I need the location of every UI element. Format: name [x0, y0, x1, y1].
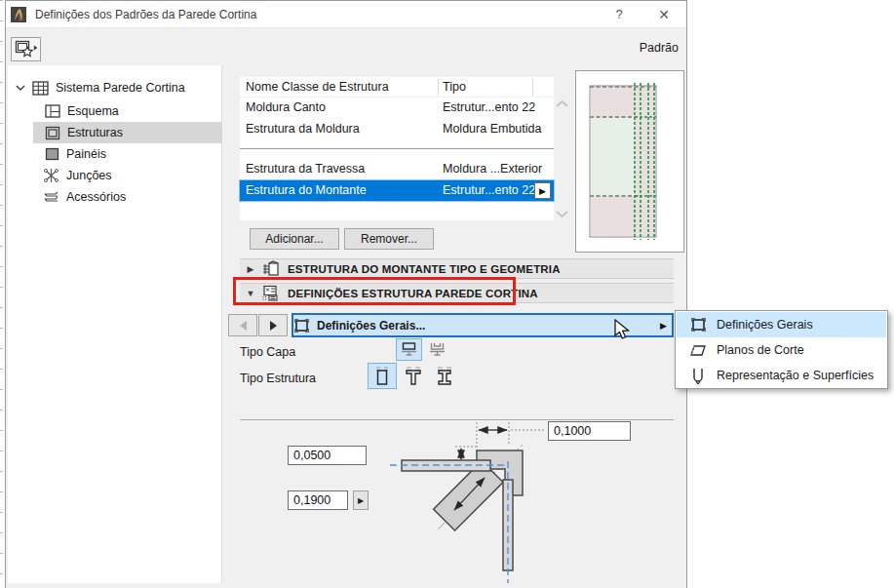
- representation-surfaces-icon: [692, 368, 704, 384]
- depth-input[interactable]: [288, 490, 348, 510]
- tree-item-label: Junções: [66, 169, 112, 182]
- tree-item-label: Painéis: [66, 147, 106, 161]
- menu-item-label: Definições Gerais: [717, 318, 813, 332]
- help-button[interactable]: ?: [601, 1, 638, 27]
- navigation-tree: Sistema Parede Cortina Esquema Estrutura…: [8, 65, 222, 583]
- cap-type-label: Tipo Capa: [240, 345, 295, 359]
- profile-i-icon: [435, 366, 454, 386]
- favorites-button[interactable]: [11, 37, 41, 61]
- cell-name: Estrutura da Travessa: [246, 162, 365, 176]
- cell-name: Estrutura da Moldura: [246, 122, 360, 136]
- scroll-down-icon[interactable]: [553, 207, 570, 220]
- depth-flyout-button[interactable]: ▶: [353, 490, 369, 510]
- tree-root-label: Sistema Parede Cortina: [56, 81, 185, 95]
- menu-item-label: Representação e Superfícies: [717, 369, 874, 382]
- cell-type: Moldura Embutida: [443, 122, 541, 136]
- tree-item-label: Acessórios: [66, 190, 126, 204]
- list-row-estrutura-moldura[interactable]: Estrutura da Moldura Moldura Embutida: [240, 119, 554, 139]
- scroll-up-icon[interactable]: [553, 97, 570, 110]
- flyout-arrow-icon: ▶: [660, 321, 667, 331]
- scheme-icon: [45, 104, 60, 118]
- accessories-icon: [43, 190, 59, 204]
- curtain-wall-system-icon: [32, 81, 49, 96]
- separator-line: [240, 419, 674, 420]
- cut-planes-icon: [689, 343, 707, 358]
- list-row-moldura-canto[interactable]: Moldura Canto Estrutur...ento 22: [240, 98, 554, 118]
- cell-type: Moldura ...Exterior: [443, 162, 542, 176]
- menu-item-definicoes-gerais[interactable]: Definições Gerais: [677, 312, 886, 337]
- list-row-estrutura-montante[interactable]: Estrutura do Montante Estrutur...ento 22…: [240, 180, 554, 201]
- tree-item-paineis[interactable]: Painéis: [45, 143, 106, 165]
- add-button[interactable]: Adicionar...: [250, 228, 339, 250]
- selector-forward-button[interactable]: [258, 314, 288, 336]
- cap-width-input[interactable]: [548, 421, 631, 441]
- cap-type-flush-button[interactable]: [424, 338, 450, 361]
- structure-type-t-profile-button[interactable]: [399, 363, 428, 389]
- list-header[interactable]: Nome Classe de Estrutura Tipo: [240, 77, 554, 98]
- menu-item-label: Planos de Corte: [717, 343, 804, 357]
- chevron-right-icon[interactable]: ▶: [240, 264, 261, 274]
- cap-exterior-icon: [400, 341, 418, 358]
- tree-item-acessorios[interactable]: Acessórios: [43, 186, 126, 208]
- dialog-toolbar: Padrão: [6, 27, 686, 65]
- menu-item-representacao-superficies[interactable]: Representação e Superfícies: [677, 363, 886, 388]
- tree-item-esquema[interactable]: Esquema: [45, 100, 119, 122]
- dialog-title: Definições dos Padrões da Parede Cortina: [35, 8, 256, 21]
- cell-type: Estrutur...ento 22: [443, 100, 535, 114]
- mouse-cursor: [614, 319, 632, 340]
- pattern-preview[interactable]: [575, 70, 684, 253]
- column-divider[interactable]: [438, 79, 439, 96]
- panel-context-menu: Definições Gerais Planos de Corte Repres…: [675, 310, 888, 389]
- cap-thickness-input[interactable]: [288, 446, 367, 465]
- tree-item-label: Estruturas: [67, 126, 123, 139]
- close-button[interactable]: ✕: [645, 1, 682, 27]
- pattern-preview-drawing: [576, 71, 683, 252]
- tree-item-juncoes[interactable]: Junções: [43, 165, 112, 186]
- structure-type-label: Tipo Estrutura: [240, 372, 316, 385]
- tree-item-label: Esquema: [67, 104, 119, 118]
- row-flyout-button[interactable]: ▶: [534, 182, 551, 199]
- cap-type-exterior-button[interactable]: [396, 338, 422, 361]
- tree-item-estruturas[interactable]: Estruturas: [33, 122, 222, 143]
- column-header-name[interactable]: Nome Classe de Estrutura: [246, 80, 389, 94]
- general-settings-icon: [293, 318, 310, 333]
- structure-class-list: Nome Classe de Estrutura Tipo Moldura Ca…: [240, 77, 554, 220]
- cell-type: Estrutur...ento 22: [443, 183, 535, 197]
- junctions-icon: [43, 168, 59, 183]
- chevron-down-icon[interactable]: [16, 83, 25, 93]
- remove-button[interactable]: Remover...: [344, 228, 434, 250]
- profile-rect-icon: [372, 366, 392, 386]
- panel-selector-label: Definições Gerais...: [317, 319, 425, 333]
- list-group-separator: [240, 148, 554, 149]
- cell-name: Moldura Canto: [246, 100, 326, 114]
- red-highlight-box: [233, 277, 516, 305]
- column-divider[interactable]: [532, 79, 533, 96]
- cap-flush-icon: [428, 341, 447, 358]
- section-montante-tipo-geometria[interactable]: ▶ ESTRUTURA DO MONTANTE TIPO E GEOMETRIA: [240, 258, 674, 279]
- structure-type-rectangular-button[interactable]: [368, 363, 397, 389]
- preset-name[interactable]: Padrão: [640, 41, 679, 55]
- tree-root-sistema-parede-cortina[interactable]: Sistema Parede Cortina: [16, 77, 185, 98]
- selector-back-button[interactable]: [228, 314, 257, 336]
- section-label: ESTRUTURA DO MONTANTE TIPO E GEOMETRIA: [288, 263, 561, 275]
- structure-type-i-profile-button[interactable]: [430, 363, 459, 389]
- mullion-geometry-icon: [261, 260, 280, 277]
- column-header-type[interactable]: Tipo: [443, 80, 466, 94]
- panels-icon: [45, 147, 59, 161]
- list-row-estrutura-travessa[interactable]: Estrutura da Travessa Moldura ...Exterio…: [240, 159, 554, 179]
- frames-icon: [45, 126, 60, 140]
- profile-t-icon: [404, 366, 423, 386]
- screen: Definições dos Padrões da Parede Cortina…: [0, 0, 894, 588]
- title-bar[interactable]: Definições dos Padrões da Parede Cortina…: [6, 1, 686, 27]
- favorites-icon: [15, 40, 38, 59]
- menu-item-planos-de-corte[interactable]: Planos de Corte: [677, 337, 886, 363]
- app-icon: [11, 7, 26, 22]
- cell-name: Estrutura do Montante: [246, 183, 367, 197]
- general-settings-icon: [690, 317, 707, 333]
